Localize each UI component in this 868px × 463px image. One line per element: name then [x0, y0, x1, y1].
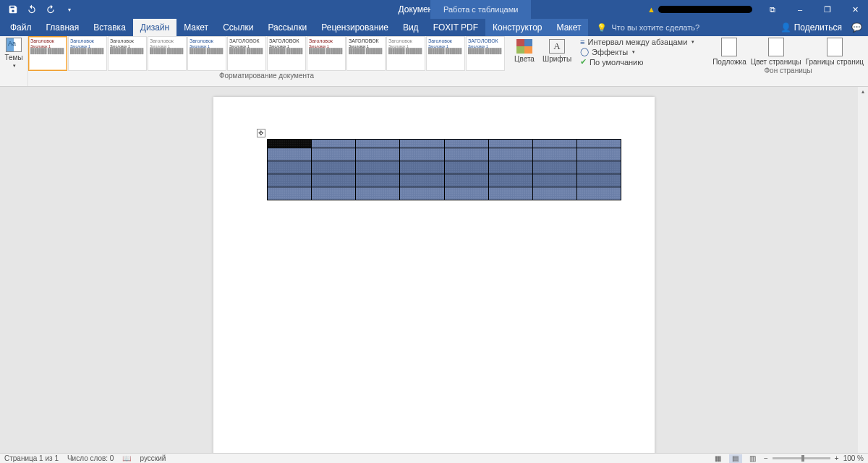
style-card[interactable]: ЗАГОЛОВОКЗаголовок 1████████ ████████ ██…	[466, 36, 505, 71]
table-move-handle[interactable]: ✥	[257, 129, 265, 137]
zoom-level[interactable]: 100 %	[843, 454, 864, 462]
table-cell[interactable]	[488, 174, 532, 187]
table-cell[interactable]	[400, 148, 444, 161]
ribbon-display-button[interactable]: ⧉	[760, 0, 786, 19]
style-card[interactable]: ЗаголовокЗаголовок 1████████ ████████ ██…	[307, 36, 346, 71]
table-cell[interactable]	[532, 148, 576, 161]
table-cell[interactable]	[444, 187, 488, 200]
style-card[interactable]: ЗаголовокЗаголовок 1████████ ████████ ██…	[386, 36, 425, 71]
tab-insert[interactable]: Вставка	[86, 19, 133, 36]
table-cell[interactable]	[532, 161, 576, 174]
document-canvas[interactable]: ✥	[0, 87, 868, 453]
table-cell[interactable]	[356, 187, 400, 200]
redo-button[interactable]	[42, 1, 59, 18]
qat-customize-button[interactable]: ▾	[61, 1, 78, 18]
table-cell[interactable]	[532, 174, 576, 187]
style-card[interactable]: ЗаголовокЗаголовок 1████████ ████████ ██…	[28, 36, 67, 71]
account-warning[interactable]: ▲	[647, 5, 752, 14]
table-cell[interactable]	[312, 187, 356, 200]
style-card[interactable]: ЗАГОЛОВОКЗаголовок 1████████ ████████ ██…	[267, 36, 306, 71]
table-cell[interactable]	[488, 140, 532, 148]
table-cell[interactable]	[576, 148, 621, 161]
table-cell[interactable]	[400, 161, 444, 174]
effects-button[interactable]: ◯Эффекты▾	[580, 47, 694, 56]
table-cell[interactable]	[444, 140, 488, 148]
table-cell[interactable]	[444, 148, 488, 161]
table-cell[interactable]	[268, 187, 312, 200]
tab-constructor[interactable]: Конструктор	[485, 19, 549, 36]
tab-review[interactable]: Рецензирование	[314, 19, 396, 36]
tab-mailings[interactable]: Рассылки	[260, 19, 314, 36]
style-card[interactable]: ЗаголовокЗаголовок 1████████ ████████ ██…	[108, 36, 147, 71]
tab-table-layout[interactable]: Макет	[550, 19, 589, 36]
scroll-up-button[interactable]: ▴	[858, 87, 868, 97]
language-status[interactable]: русский	[140, 454, 166, 462]
table-cell[interactable]	[576, 187, 621, 200]
table-cell[interactable]	[356, 140, 400, 148]
vertical-scrollbar[interactable]: ▴	[858, 87, 868, 453]
style-card[interactable]: ЗАГОЛОВОКЗаголовок 1████████ ████████ ██…	[227, 36, 266, 71]
web-layout-button[interactable]: ▥	[746, 454, 760, 463]
tab-foxit[interactable]: FOXIT PDF	[426, 19, 485, 36]
print-layout-button[interactable]: ▤	[729, 454, 742, 463]
table-cell[interactable]	[312, 148, 356, 161]
zoom-in-button[interactable]: +	[835, 454, 839, 462]
tell-me-search[interactable]: 💡 Что вы хотите сделать?	[597, 23, 699, 33]
watermark-button[interactable]: Подложка	[712, 38, 746, 66]
set-default-button[interactable]: ✔По умолчанию	[580, 57, 694, 67]
table-cell[interactable]	[444, 161, 488, 174]
table-cell[interactable]	[268, 140, 312, 148]
zoom-out-button[interactable]: −	[764, 454, 768, 462]
zoom-slider[interactable]	[773, 457, 830, 459]
word-count-status[interactable]: Число слов: 0	[67, 454, 114, 462]
undo-button[interactable]	[23, 1, 41, 18]
tab-references[interactable]: Ссылки	[216, 19, 260, 36]
table-cell[interactable]	[576, 140, 621, 148]
table-cell[interactable]	[488, 148, 532, 161]
page[interactable]: ✥	[213, 97, 655, 453]
table-cell[interactable]	[576, 174, 621, 187]
paragraph-spacing-button[interactable]: ≡Интервал между абзацами▾	[580, 38, 694, 46]
table-cell[interactable]	[444, 174, 488, 187]
table-cell[interactable]	[268, 148, 312, 161]
page-color-button[interactable]: Цвет страницы	[751, 38, 801, 66]
table-cell[interactable]	[400, 174, 444, 187]
table-cell[interactable]	[400, 140, 444, 148]
style-card[interactable]: ЗАГОЛОВОКЗаголовок 1████████ ████████ ██…	[346, 36, 386, 71]
table-cell[interactable]	[312, 161, 356, 174]
tab-design[interactable]: Дизайн	[133, 19, 176, 36]
table-cell[interactable]	[268, 161, 312, 174]
save-button[interactable]	[4, 1, 22, 18]
table-cell[interactable]	[356, 148, 400, 161]
table-cell[interactable]	[312, 140, 356, 148]
tab-home[interactable]: Главная	[39, 19, 87, 36]
style-card[interactable]: ЗаголовокЗаголовок 1████████ ████████ ██…	[68, 36, 107, 71]
table-cell[interactable]	[312, 174, 356, 187]
fonts-button[interactable]: A Шрифты	[542, 39, 571, 63]
table-cell[interactable]	[532, 140, 576, 148]
close-button[interactable]: ✕	[842, 0, 868, 19]
table-cell[interactable]	[268, 174, 312, 187]
table-cell[interactable]	[356, 161, 400, 174]
colors-button[interactable]: Цвета	[511, 39, 538, 63]
spellcheck-icon[interactable]: 📖	[122, 454, 131, 462]
style-card[interactable]: ЗаголовокЗаголовок 1████████ ████████ ██…	[148, 36, 187, 71]
minimize-button[interactable]: –	[787, 0, 813, 19]
tab-view[interactable]: Вид	[396, 19, 426, 36]
style-gallery[interactable]: ЗаголовокЗаголовок 1████████ ████████ ██…	[28, 36, 505, 71]
table-cell[interactable]	[400, 187, 444, 200]
table-cell[interactable]	[356, 174, 400, 187]
tab-file[interactable]: Файл	[3, 19, 39, 36]
comments-button[interactable]: 💬	[851, 22, 862, 33]
themes-button[interactable]: Темы ▾	[3, 38, 25, 69]
share-button[interactable]: 👤 Поделиться	[780, 22, 842, 33]
read-mode-button[interactable]: ▦	[712, 454, 725, 463]
style-card[interactable]: ЗаголовокЗаголовок 1████████ ████████ ██…	[426, 36, 465, 71]
page-number-status[interactable]: Страница 1 из 1	[4, 454, 59, 462]
table-cell[interactable]	[532, 187, 576, 200]
table-cell[interactable]	[488, 161, 532, 174]
table-cell[interactable]	[576, 161, 621, 174]
page-borders-button[interactable]: Границы страниц	[806, 38, 864, 66]
document-table[interactable]	[267, 139, 621, 200]
tab-layout[interactable]: Макет	[176, 19, 216, 36]
